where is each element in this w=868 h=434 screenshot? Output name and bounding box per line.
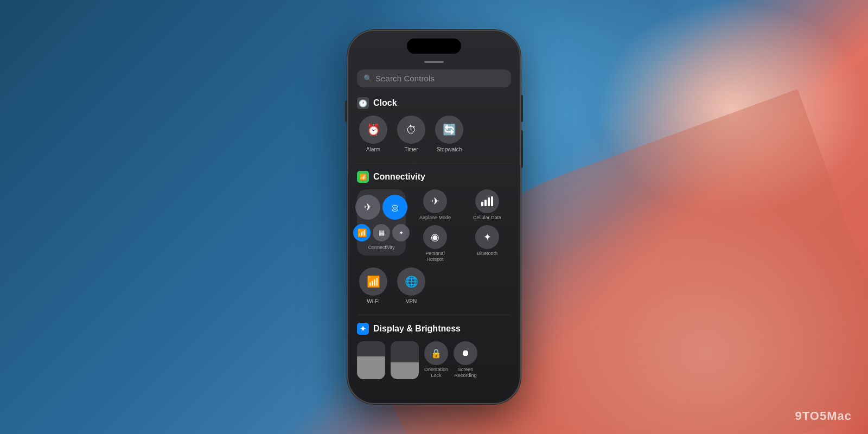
brightness-bar-1[interactable] <box>357 341 385 379</box>
brightness-bar-2[interactable] <box>391 341 419 379</box>
vpn-icon-circle: 🌐 <box>397 267 425 296</box>
airplane-circle: ✈ <box>355 195 380 220</box>
airplane-mode-label: Airplane Mode <box>419 215 451 221</box>
separator-2 <box>357 315 511 315</box>
cellular-small-circle: ▦ <box>373 224 390 241</box>
display-record-options: ⏺ ScreenRecording <box>454 341 477 379</box>
phone-frame: 🔍 Search Controls 🕐 Clock ⏰ Alarm ⏱ Time… <box>347 30 521 404</box>
svg-rect-2 <box>488 197 490 206</box>
separator-1 <box>357 163 511 163</box>
cellular-data-label: Cellular Data <box>473 215 501 221</box>
power-button <box>521 95 523 122</box>
brightness-fill-1 <box>357 356 385 379</box>
connectivity-title: Connectivity <box>373 172 425 182</box>
hotspot-icon: ◉ <box>423 225 447 249</box>
wifi-active-circle: ◎ <box>382 195 407 220</box>
display-right-options: 🔒 OrientationLock <box>424 341 448 379</box>
alarm-label: Alarm <box>366 146 380 153</box>
cellular-data-icon <box>475 189 499 213</box>
orientation-lock-option[interactable]: 🔒 OrientationLock <box>424 341 448 379</box>
wifi-small-circle: 📶 <box>353 224 371 241</box>
connectivity-widget[interactable]: ✈ ◎ 📶 ▦ ✦ Connectivity <box>357 189 406 256</box>
search-placeholder: Search Controls <box>375 74 435 83</box>
stopwatch-label: Stopwatch <box>437 146 462 153</box>
alarm-control[interactable]: ⏰ Alarm <box>357 116 390 153</box>
vpn-control[interactable]: 🌐 VPN <box>395 267 427 305</box>
display-title: Display & Brightness <box>373 324 461 334</box>
svg-rect-3 <box>491 196 493 206</box>
orientation-lock-label: OrientationLock <box>424 367 448 379</box>
clock-section-header: 🕐 Clock <box>348 97 520 116</box>
svg-rect-0 <box>481 202 483 206</box>
orientation-lock-icon: 🔒 <box>424 341 448 365</box>
display-icon: ✦ <box>357 323 369 335</box>
bluetooth-label: Bluetooth <box>477 251 497 257</box>
stopwatch-icon-circle: 🔄 <box>435 116 463 144</box>
conn-row-2: ◉ PersonalHotspot ✦ Bluetooth <box>411 225 511 263</box>
handle-bar <box>424 61 444 63</box>
screen[interactable]: 🔍 Search Controls 🕐 Clock ⏰ Alarm ⏱ Time… <box>348 31 520 403</box>
cellular-data-option[interactable]: Cellular Data <box>463 189 511 221</box>
screen-recording-option[interactable]: ⏺ ScreenRecording <box>454 341 477 379</box>
phone-wrapper: 🔍 Search Controls 🕐 Clock ⏰ Alarm ⏱ Time… <box>347 30 521 404</box>
display-section-header: ✦ Display & Brightness <box>348 323 520 341</box>
bluetooth-option[interactable]: ✦ Bluetooth <box>463 225 511 263</box>
clock-title: Clock <box>373 98 397 108</box>
search-bar[interactable]: 🔍 Search Controls <box>357 69 511 87</box>
conn-row-1: ✈ Airplane Mode <box>411 189 511 221</box>
connectivity-main-row: ✈ ◎ 📶 ▦ ✦ Connectivity ✈ Air <box>348 189 520 267</box>
bluetooth-icon: ✦ <box>475 225 499 249</box>
connectivity-right-options: ✈ Airplane Mode <box>411 189 511 262</box>
timer-icon-circle: ⏱ <box>397 116 425 144</box>
connectivity-section-header: 📶 Connectivity <box>348 171 520 189</box>
connectivity-cluster-bottom: 📶 ▦ ✦ <box>353 224 410 241</box>
connectivity-icon: 📶 <box>357 171 369 183</box>
brightness-fill-2 <box>391 362 419 380</box>
connectivity-widget-label: Connectivity <box>368 245 394 250</box>
clock-icon: 🕐 <box>357 97 369 109</box>
timer-label: Timer <box>404 146 418 153</box>
connectivity-cluster-top: ✈ ◎ <box>355 195 407 220</box>
volume-down-button <box>521 130 523 168</box>
alarm-icon-circle: ⏰ <box>359 116 387 144</box>
hotspot-option[interactable]: ◉ PersonalHotspot <box>411 225 459 263</box>
search-icon: 🔍 <box>363 74 372 82</box>
clock-controls-grid: ⏰ Alarm ⏱ Timer 🔄 Stopwatch <box>348 116 520 163</box>
display-controls-row: 🔒 OrientationLock ⏺ ScreenRecording <box>348 341 520 390</box>
wifi-icon-circle: 📶 <box>359 267 387 296</box>
bt-small-circle: ✦ <box>392 224 410 241</box>
vpn-label: VPN <box>406 298 417 305</box>
hotspot-label: PersonalHotspot <box>425 251 445 263</box>
dynamic-island <box>407 39 461 54</box>
screen-recording-icon: ⏺ <box>454 341 477 365</box>
wifi-control[interactable]: 📶 Wi-Fi <box>357 267 390 305</box>
wifi-vpn-grid: 📶 Wi-Fi 🌐 VPN <box>348 267 520 315</box>
timer-control[interactable]: ⏱ Timer <box>395 116 427 153</box>
stopwatch-control[interactable]: 🔄 Stopwatch <box>433 116 465 153</box>
airplane-mode-option[interactable]: ✈ Airplane Mode <box>411 189 459 221</box>
airplane-mode-icon: ✈ <box>423 189 447 213</box>
screen-recording-label: ScreenRecording <box>455 367 477 379</box>
wifi-label: Wi-Fi <box>367 298 379 305</box>
watermark: 9TO5Mac <box>795 409 852 423</box>
svg-rect-1 <box>484 200 487 206</box>
